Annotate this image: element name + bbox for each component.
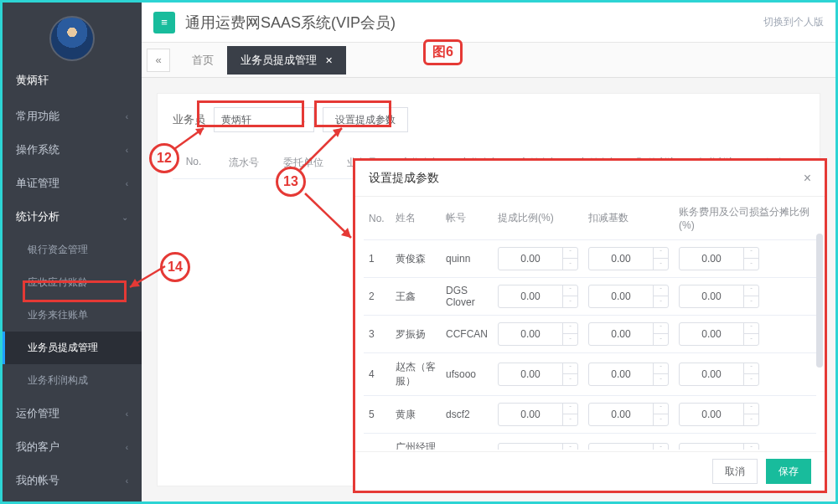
menu-stats[interactable]: 统计分析⌄ bbox=[3, 200, 142, 234]
sub-aging[interactable]: 应收应付账龄 bbox=[3, 266, 142, 299]
menu-toggle-button[interactable]: ≡ bbox=[153, 12, 175, 33]
number-input[interactable]: 0.00ˆˇ bbox=[588, 285, 669, 308]
step-up-icon[interactable]: ˆ bbox=[654, 322, 668, 334]
step-up-icon[interactable]: ˆ bbox=[744, 322, 758, 334]
number-input[interactable]: 0.00ˆˇ bbox=[498, 403, 578, 426]
step-down-icon[interactable]: ˇ bbox=[563, 296, 577, 308]
cell-base: 0.00ˆˇ bbox=[583, 278, 674, 316]
table-row: 5黄康dscf20.00ˆˇ0.00ˆˇ0.00ˆˇ bbox=[364, 396, 816, 434]
number-input[interactable]: ˆˇ bbox=[679, 443, 759, 450]
header: ≡ 通用运费网SAAS系统(VIP会员) 切换到个人版 bbox=[142, 3, 835, 43]
scrollbar[interactable] bbox=[816, 234, 823, 368]
sub-ledger[interactable]: 业务来往账单 bbox=[3, 299, 142, 332]
step-up-icon[interactable]: ˆ bbox=[654, 247, 668, 259]
cell-acct: dscf2 bbox=[441, 396, 493, 434]
number-input[interactable]: 0.00ˆˇ bbox=[679, 247, 759, 270]
number-input[interactable]: 0.00ˆˇ bbox=[498, 247, 578, 270]
sidebar: 黄炳轩 常用功能‹ 操作系统‹ 单证管理‹ 统计分析⌄ 银行资金管理 应收应付账… bbox=[3, 3, 142, 501]
tab-home[interactable]: 首页 bbox=[178, 46, 227, 75]
step-up-icon[interactable]: ˆ bbox=[744, 443, 758, 450]
number-input[interactable]: 0.00ˆˇ bbox=[679, 403, 759, 426]
number-input[interactable]: 0.00ˆˇ bbox=[498, 363, 578, 386]
step-down-icon[interactable]: ˇ bbox=[654, 414, 668, 426]
step-down-icon[interactable]: ˇ bbox=[563, 259, 577, 270]
step-up-icon[interactable]: ˆ bbox=[563, 363, 577, 374]
chevron-left-icon: ‹ bbox=[126, 409, 128, 419]
step-up-icon[interactable]: ˆ bbox=[654, 403, 668, 414]
step-down-icon[interactable]: ˇ bbox=[744, 374, 758, 386]
chevron-left-icon: ‹ bbox=[126, 443, 128, 452]
sub-profit[interactable]: 业务利润构成 bbox=[3, 364, 142, 397]
cancel-button[interactable]: 取消 bbox=[712, 459, 758, 484]
number-input[interactable]: 0.00ˆˇ bbox=[588, 403, 669, 426]
menu-customer[interactable]: 我的客户‹ bbox=[3, 430, 142, 464]
step-up-icon[interactable]: ˆ bbox=[744, 403, 758, 414]
sub-bank[interactable]: 银行资金管理 bbox=[3, 234, 142, 266]
modal-header: 设置提成参数 × bbox=[355, 161, 825, 197]
step-up-icon[interactable]: ˆ bbox=[563, 443, 577, 450]
step-up-icon[interactable]: ˆ bbox=[563, 322, 577, 334]
table-row: 6广州经理（客服）DISONˆˇˆˇˆˇ bbox=[364, 434, 816, 450]
number-input[interactable]: ˆˇ bbox=[498, 443, 578, 450]
number-input[interactable]: 0.00ˆˇ bbox=[679, 322, 759, 346]
number-input[interactable]: 0.00ˆˇ bbox=[588, 247, 669, 270]
menu-settings[interactable]: 系统设置‹ bbox=[3, 497, 142, 504]
number-input[interactable]: 0.00ˆˇ bbox=[498, 322, 578, 346]
modal-close-button[interactable]: × bbox=[804, 171, 811, 186]
close-icon[interactable]: ✕ bbox=[325, 55, 333, 65]
step-down-icon[interactable]: ˇ bbox=[744, 414, 758, 426]
number-input[interactable]: 0.00ˆˇ bbox=[588, 363, 669, 386]
step-down-icon[interactable]: ˇ bbox=[563, 414, 577, 426]
step-down-icon[interactable]: ˇ bbox=[744, 334, 758, 346]
cell-share: 0.00ˆˇ bbox=[674, 396, 816, 434]
cell-share: 0.00ˆˇ bbox=[674, 240, 816, 278]
cell-acct: CCFCAN bbox=[441, 316, 493, 353]
step-up-icon[interactable]: ˆ bbox=[744, 247, 758, 259]
app-frame: 黄炳轩 常用功能‹ 操作系统‹ 单证管理‹ 统计分析⌄ 银行资金管理 应收应付账… bbox=[0, 0, 838, 504]
col-no: No. bbox=[173, 156, 215, 170]
step-up-icon[interactable]: ˆ bbox=[563, 247, 577, 259]
cell-pct: 0.00ˆˇ bbox=[493, 278, 583, 316]
save-button[interactable]: 保存 bbox=[766, 459, 811, 484]
step-up-icon[interactable]: ˆ bbox=[563, 285, 577, 296]
tab-back-button[interactable]: « bbox=[147, 49, 170, 72]
step-up-icon[interactable]: ˆ bbox=[654, 443, 668, 450]
step-up-icon[interactable]: ˆ bbox=[563, 403, 577, 414]
number-input[interactable]: 0.00ˆˇ bbox=[588, 322, 669, 346]
number-input[interactable]: ˆˇ bbox=[588, 443, 669, 450]
switch-personal-link[interactable]: 切换到个人版 bbox=[763, 15, 824, 29]
cell-no: 4 bbox=[364, 353, 391, 396]
step-up-icon[interactable]: ˆ bbox=[654, 363, 668, 374]
menu-price[interactable]: 运价管理‹ bbox=[3, 397, 142, 430]
cell-pct: ˆˇ bbox=[493, 434, 583, 450]
step-down-icon[interactable]: ˇ bbox=[654, 296, 668, 308]
step-down-icon[interactable]: ˇ bbox=[744, 259, 758, 270]
step-up-icon[interactable]: ˆ bbox=[654, 285, 668, 296]
step-down-icon[interactable]: ˇ bbox=[654, 259, 668, 270]
cell-no: 2 bbox=[364, 278, 391, 316]
step-down-icon[interactable]: ˇ bbox=[654, 334, 668, 346]
step-up-icon[interactable]: ˆ bbox=[744, 363, 758, 374]
tab-commission[interactable]: 业务员提成管理 ✕ bbox=[227, 46, 346, 75]
cell-share: ˆˇ bbox=[674, 434, 816, 450]
step-down-icon[interactable]: ˇ bbox=[654, 374, 668, 386]
step-up-icon[interactable]: ˆ bbox=[744, 285, 758, 296]
number-input[interactable]: 0.00ˆˇ bbox=[498, 285, 578, 308]
menu-common[interactable]: 常用功能‹ bbox=[3, 100, 142, 133]
menu-ops[interactable]: 操作系统‹ bbox=[3, 133, 142, 167]
cell-acct: DISON bbox=[441, 434, 493, 450]
menu-docs[interactable]: 单证管理‹ bbox=[3, 167, 142, 200]
avatar[interactable] bbox=[49, 16, 95, 61]
menu-account[interactable]: 我的帐号‹ bbox=[3, 464, 142, 497]
set-params-modal: 设置提成参数 × No. 姓名 帐号 提成比例(%) 扣减基数 账务费用及公司损… bbox=[353, 158, 827, 493]
username: 黄炳轩 bbox=[3, 68, 142, 100]
number-input[interactable]: 0.00ˆˇ bbox=[679, 363, 759, 386]
salesperson-select[interactable]: 黄炳轩 ⌄ bbox=[214, 107, 314, 132]
step-down-icon[interactable]: ˇ bbox=[744, 296, 758, 308]
cell-no: 3 bbox=[364, 316, 391, 353]
number-input[interactable]: 0.00ˆˇ bbox=[679, 285, 759, 308]
step-down-icon[interactable]: ˇ bbox=[563, 334, 577, 346]
sub-commission[interactable]: 业务员提成管理 bbox=[3, 332, 142, 364]
step-down-icon[interactable]: ˇ bbox=[563, 374, 577, 386]
set-params-button[interactable]: 设置提成参数 bbox=[323, 107, 408, 132]
